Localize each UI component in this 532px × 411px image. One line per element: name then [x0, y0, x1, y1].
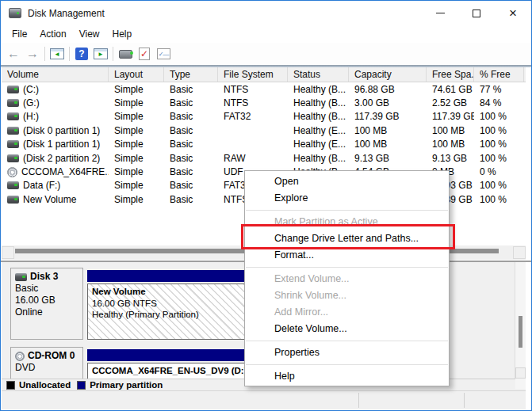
- cell-status: Healthy (B...: [288, 111, 349, 122]
- table-row[interactable]: (Disk 2 partition 2)SimpleBasicRAWHealth…: [2, 151, 526, 165]
- cell-volume: (H:): [2, 111, 109, 122]
- table-row[interactable]: (Disk 1 partition 1)SimpleBasicHealthy (…: [2, 138, 526, 151]
- validate-icon: [139, 48, 150, 60]
- disk-type: Basic: [15, 283, 82, 295]
- status-bar: [2, 390, 526, 409]
- menu-separator: [246, 210, 448, 211]
- forward-button[interactable]: [23, 45, 42, 63]
- disk-management-app-icon: [9, 8, 21, 18]
- column-header-volume[interactable]: Volume: [2, 67, 109, 82]
- cell-type: Basic: [164, 180, 218, 191]
- cell-layout: Simple: [109, 153, 164, 164]
- column-header-layout[interactable]: Layout: [109, 67, 164, 82]
- highlight-box-change-drive-letter: [241, 224, 455, 249]
- device-button[interactable]: [116, 45, 135, 63]
- disk-type: DVD: [15, 362, 82, 374]
- cell-pct: 100 %: [474, 139, 524, 150]
- context-menu-item-properties[interactable]: Properties: [245, 344, 449, 361]
- vertical-scrollbar[interactable]: [515, 262, 526, 389]
- cell-status: Healthy (E...: [288, 125, 349, 136]
- disk-name: CD-ROM 0: [28, 350, 75, 362]
- cell-layout: Simple: [109, 166, 164, 177]
- cell-type: Basic: [164, 139, 218, 150]
- cell-status: Healthy (B...: [288, 153, 349, 164]
- status-bar-divider: [464, 393, 465, 408]
- drive-icon: [7, 196, 19, 204]
- column-header-type[interactable]: Type: [164, 67, 218, 82]
- column-header--free[interactable]: % Free: [474, 67, 524, 82]
- cell-pct: 0 %: [474, 166, 524, 177]
- cell-volume: (G:): [2, 97, 109, 108]
- context-menu-item-explore[interactable]: Explore: [245, 190, 449, 207]
- unallocated-swatch: [6, 381, 15, 390]
- scroll-left-button[interactable]: [2, 246, 14, 259]
- menu-view[interactable]: View: [73, 26, 106, 42]
- cell-type: Basic: [164, 125, 218, 136]
- drive-icon: [7, 154, 19, 162]
- maximize-button[interactable]: [458, 1, 495, 25]
- context-menu-item-delete-volume[interactable]: Delete Volume...: [245, 321, 449, 337]
- title-bar: Disk Management ×: [1, 1, 531, 25]
- console-tree-button[interactable]: [48, 45, 67, 63]
- column-header-free-spa-[interactable]: Free Spa...: [427, 67, 474, 82]
- back-button[interactable]: [4, 45, 23, 63]
- cell-pct: 100 %: [474, 125, 524, 136]
- disk-icon: [15, 273, 27, 281]
- menu-separator: [246, 267, 448, 268]
- vertical-scrollbar-thumb[interactable]: [519, 316, 522, 348]
- checklist-icon: [157, 48, 170, 59]
- disk3-header[interactable]: Disk 3 Basic 16.00 GB Online: [10, 268, 83, 340]
- cell-pct: 100 %: [474, 111, 524, 122]
- cell-layout: Simple: [109, 139, 164, 150]
- column-header-capacity[interactable]: Capacity: [349, 67, 427, 82]
- minimize-button[interactable]: [422, 1, 458, 25]
- table-row[interactable]: (C:)SimpleBasicNTFSHealthy (B...96.88 GB…: [2, 82, 526, 96]
- validate-button[interactable]: [135, 45, 154, 63]
- context-menu-item-add-mirror: Add Mirror...: [245, 304, 449, 321]
- table-row[interactable]: (Disk 0 partition 1)SimpleBasicHealthy (…: [2, 124, 526, 137]
- primary-partition-swatch: [77, 381, 86, 390]
- menu-separator: [246, 341, 448, 341]
- cell-free: 117.39 GB: [427, 111, 474, 122]
- cell-free: 74.61 GB: [427, 84, 474, 95]
- cell-free: 2.52 GB: [427, 97, 474, 108]
- context-menu: OpenExploreMark Partition as ActiveChang…: [244, 170, 450, 386]
- cell-status: Healthy (B...: [288, 97, 349, 108]
- cell-volume: (Disk 2 partition 2): [2, 153, 109, 164]
- checklist-button[interactable]: [154, 45, 173, 63]
- drive-icon: [7, 127, 19, 135]
- cell-pct: 100 %: [474, 180, 524, 191]
- cell-type: Basic: [164, 111, 218, 122]
- scroll-down-button[interactable]: [515, 367, 526, 379]
- table-row[interactable]: (G:)SimpleBasicNTFSHealthy (B...3.00 GB2…: [2, 96, 526, 109]
- cell-volume: Data (F:): [2, 180, 109, 191]
- context-menu-item-open[interactable]: Open: [245, 173, 449, 190]
- column-header-file-system[interactable]: File System: [218, 67, 288, 82]
- cell-type: Basic: [164, 97, 218, 108]
- menu-file[interactable]: File: [6, 26, 33, 42]
- cell-type: Basic: [164, 194, 218, 205]
- menu-help[interactable]: Help: [106, 26, 139, 42]
- status-bar-divider: [358, 393, 359, 408]
- device-icon: [119, 50, 132, 59]
- help-button[interactable]: [72, 45, 91, 63]
- drive-icon: [7, 86, 19, 93]
- context-menu-item-help[interactable]: Help: [245, 368, 449, 385]
- toolbar-separator: [69, 47, 70, 61]
- window-title: Disk Management: [28, 8, 105, 19]
- menu-action[interactable]: Action: [33, 26, 72, 42]
- volume-list-header: VolumeLayoutTypeFile SystemStatusCapacit…: [2, 67, 526, 82]
- back-icon: [7, 47, 20, 61]
- scroll-right-button[interactable]: [513, 246, 526, 259]
- cell-capacity: 3.00 GB: [349, 97, 427, 108]
- column-header-status[interactable]: Status: [288, 67, 349, 82]
- table-row[interactable]: (H:)SimpleBasicFAT32Healthy (B...117.39 …: [2, 110, 526, 124]
- cell-free: 9.13 GB: [427, 153, 474, 164]
- window-controls: ×: [422, 1, 531, 25]
- close-button[interactable]: ×: [495, 1, 531, 25]
- context-menu-item-extend-volume: Extend Volume...: [245, 271, 449, 287]
- console-tree-icon: [50, 48, 64, 59]
- context-menu-item-format[interactable]: Format...: [245, 247, 449, 264]
- legend-label: Unallocated: [19, 380, 71, 390]
- action-pane-button[interactable]: [91, 45, 110, 63]
